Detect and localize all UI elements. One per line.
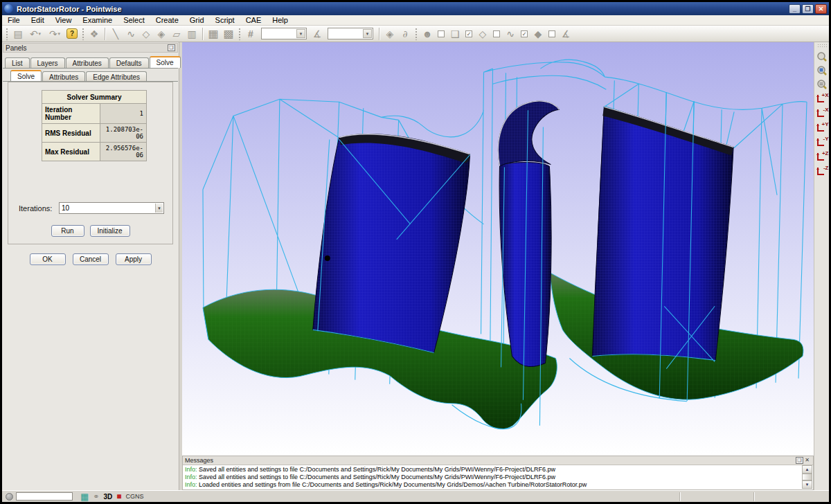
dock-pin-icon[interactable]: ❏	[168, 44, 175, 51]
mask-domains-checkbox[interactable]	[493, 30, 500, 37]
menu-script[interactable]: Script	[210, 16, 240, 24]
view-plus-z-button[interactable]: +Z	[815, 150, 829, 163]
zoom-in-icon[interactable]	[816, 51, 828, 63]
menu-help[interactable]: Help	[267, 16, 294, 24]
mask-database-icon[interactable]: ◆	[530, 27, 546, 41]
iterations-spinner-icon[interactable]: ▼	[155, 204, 163, 213]
structured-grid-icon[interactable]: ▦	[206, 27, 221, 41]
toolbar-grip[interactable]	[238, 28, 241, 40]
menu-view[interactable]: View	[50, 16, 78, 24]
close-button[interactable]: ✕	[815, 4, 827, 14]
layer-stack-icon[interactable]: ❖	[87, 27, 102, 41]
zoom-extents-icon[interactable]	[816, 64, 828, 77]
combo-arrow-icon[interactable]: ▼	[296, 29, 305, 38]
zoom-out-icon[interactable]	[816, 78, 828, 91]
message-level: Info:	[185, 466, 197, 473]
viewport-3d[interactable]	[182, 42, 814, 456]
mask-domains-icon[interactable]: ◇	[475, 27, 490, 41]
tab-defaults[interactable]: Defaults	[109, 57, 149, 68]
mask-database-checkbox[interactable]	[548, 30, 555, 37]
mask-points-icon[interactable]: ☻	[420, 27, 435, 41]
solve-groupbox: Solver Summary Iteration Number 1 RMS Re…	[8, 82, 173, 244]
link-icon[interactable]: ⚭	[93, 492, 99, 501]
toolbar-grip[interactable]	[6, 28, 8, 40]
view-minus-z-button[interactable]: -Z	[815, 165, 829, 178]
max-residual-value: 2.956576e-06	[100, 143, 147, 161]
message-level: Info:	[185, 481, 197, 488]
view-minus-y-button[interactable]: -Y	[815, 136, 829, 149]
view-plus-x-button[interactable]: +X	[815, 92, 829, 105]
status-bar: ▦ ⚭ 3D ■ CGNS	[2, 490, 829, 502]
partial-derivative-icon[interactable]: ∂	[397, 27, 413, 41]
panels-header: Panels ❏	[3, 43, 178, 53]
mask-blocks-checkbox[interactable]: ✓	[465, 30, 472, 37]
subtab-solve[interactable]: Solve	[10, 70, 42, 82]
menu-bar: File Edit View Examine Select Create Gri…	[2, 15, 829, 26]
view-minus-x-button[interactable]: -X	[815, 107, 829, 120]
messages-list[interactable]: Info: Saved all entities and settings to…	[184, 465, 802, 489]
tab-list[interactable]: List	[5, 57, 30, 68]
save-icon[interactable]: ▤	[10, 27, 26, 41]
database-icon[interactable]: ▥	[184, 27, 199, 41]
create-connector-icon[interactable]: ╲	[108, 27, 123, 41]
dimension-combobox[interactable]: ▼	[261, 28, 307, 39]
help-icon[interactable]: ?	[64, 27, 80, 41]
scroll-thumb[interactable]	[802, 474, 812, 480]
scroll-down-icon[interactable]: ▼	[802, 480, 812, 489]
rms-residual-label: RMS Residual	[42, 124, 100, 143]
mask-connectors-checkbox[interactable]: ✓	[521, 30, 528, 37]
spacing-icon[interactable]: ∡	[310, 27, 325, 41]
unstructured-grid-icon[interactable]: ▩	[221, 27, 236, 41]
diamond-tool-icon[interactable]: ◈	[382, 27, 397, 41]
title-bar[interactable]: RotorStatorRotor - Pointwise _ ❐ ✕	[2, 2, 829, 15]
spacing-combobox[interactable]: ▼	[328, 28, 373, 39]
combo-arrow-icon[interactable]: ▼	[363, 29, 372, 38]
messages-scrollbar[interactable]: ▲ ▼	[802, 465, 812, 489]
dock-pin-icon[interactable]: ❏	[796, 457, 803, 464]
menu-grid[interactable]: Grid	[184, 16, 210, 24]
menu-examine[interactable]: Examine	[77, 16, 118, 24]
status-light-icon	[6, 493, 13, 501]
create-block-icon[interactable]: ▱	[169, 27, 184, 41]
menu-cae[interactable]: CAE	[240, 16, 267, 24]
minimize-button[interactable]: _	[789, 4, 801, 14]
mask-spacings-icon[interactable]: ∡	[558, 27, 573, 41]
app-window: RotorStatorRotor - Pointwise _ ❐ ✕ File …	[2, 2, 829, 502]
tab-layers[interactable]: Layers	[30, 57, 65, 68]
menu-edit[interactable]: Edit	[26, 16, 50, 24]
restore-button[interactable]: ❐	[802, 4, 814, 14]
view-plus-y-button[interactable]: +Y	[815, 121, 829, 134]
menu-create[interactable]: Create	[150, 16, 184, 24]
redo-icon[interactable]: ↷▾	[45, 27, 64, 41]
subtab-attributes[interactable]: Attributes	[42, 71, 85, 82]
mask-blocks-icon[interactable]: ❑	[447, 27, 463, 41]
cancel-button[interactable]: Cancel	[73, 253, 109, 265]
create-domain-icon[interactable]: ◇	[138, 27, 154, 41]
ok-button[interactable]: OK	[30, 253, 66, 265]
toolbar-grip[interactable]	[817, 44, 827, 48]
messages-close-icon[interactable]: ✕	[803, 457, 811, 464]
status-input[interactable]	[16, 492, 73, 501]
menu-file[interactable]: File	[2, 16, 26, 24]
selected-point[interactable]	[325, 255, 330, 261]
subtab-edge-attributes[interactable]: Edge Attributes	[86, 71, 147, 82]
mask-points-checkbox[interactable]	[438, 30, 445, 37]
initialize-button[interactable]: Initialize	[90, 225, 130, 237]
tab-divider	[3, 68, 178, 69]
create-domain-grid-icon[interactable]: ◈	[154, 27, 169, 41]
run-button[interactable]: Run	[51, 225, 84, 237]
grid-mode-icon[interactable]: ▦	[80, 492, 89, 502]
scroll-up-icon[interactable]: ▲	[802, 465, 812, 474]
viewport-3d-scene[interactable]	[182, 42, 814, 456]
toolbar-grip[interactable]	[415, 28, 418, 40]
toolbar-grip[interactable]	[82, 28, 84, 40]
undo-icon[interactable]: ↶▾	[26, 27, 45, 41]
mask-connectors-icon[interactable]: ∿	[503, 27, 518, 41]
tab-solve[interactable]: Solve	[150, 56, 181, 68]
create-curve-icon[interactable]: ∿	[123, 27, 138, 41]
iterations-input[interactable]: 10 ▼	[59, 202, 164, 214]
apply-button[interactable]: Apply	[116, 253, 152, 265]
tab-attributes[interactable]: Attributes	[66, 57, 109, 68]
dimension-icon[interactable]: #	[243, 27, 258, 41]
menu-select[interactable]: Select	[118, 16, 150, 24]
